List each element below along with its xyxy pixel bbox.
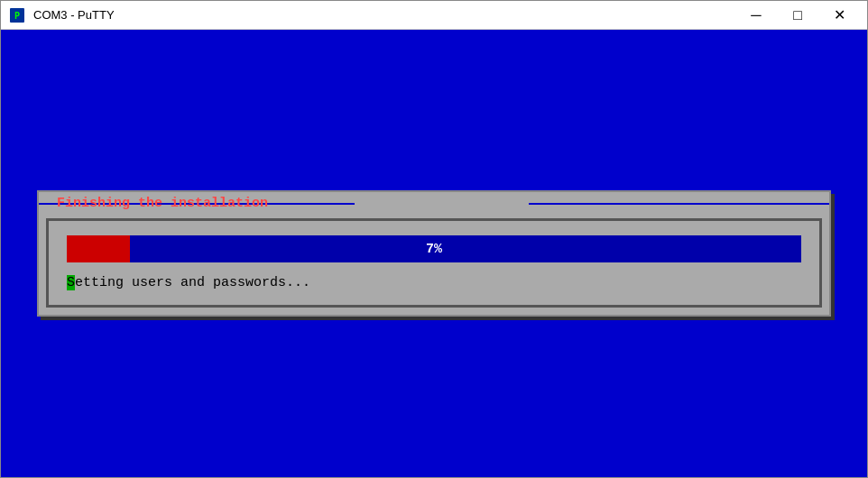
terminal-area: [ (1*installer) 2 shell 3 shell 4- log ]…	[1, 30, 867, 477]
close-button[interactable]: ✕	[818, 1, 860, 30]
window-controls: ─ □ ✕	[735, 1, 860, 30]
dialog-box: Finishing the installation 7% Setting us…	[37, 190, 831, 317]
minimize-button[interactable]: ─	[735, 1, 777, 30]
putty-icon: P	[8, 6, 26, 24]
window-title: COM3 - PuTTY	[33, 8, 735, 22]
title-line-right	[529, 203, 829, 205]
putty-window: P COM3 - PuTTY ─ □ ✕ [ (1*installer) 2 s…	[0, 0, 868, 478]
status-text-highlight: S	[67, 275, 75, 290]
progress-red-block	[67, 235, 130, 262]
status-text-rest: etting users and passwords...	[75, 275, 310, 290]
title-bar: P COM3 - PuTTY ─ □ ✕	[1, 1, 867, 30]
progress-bar-container: 7%	[67, 235, 801, 262]
progress-percent: 7%	[426, 242, 442, 257]
svg-text:P: P	[14, 11, 20, 21]
dialog-title: Finishing the installation	[50, 196, 275, 211]
terminal-content: Finishing the installation 7% Setting us…	[1, 30, 867, 477]
dialog-body: 7% Setting users and passwords...	[46, 218, 822, 308]
dialog-title-bar: Finishing the installation	[39, 192, 829, 215]
maximize-button[interactable]: □	[777, 1, 818, 30]
status-text-line: Setting users and passwords...	[67, 275, 801, 290]
progress-blue-fill	[130, 235, 801, 262]
